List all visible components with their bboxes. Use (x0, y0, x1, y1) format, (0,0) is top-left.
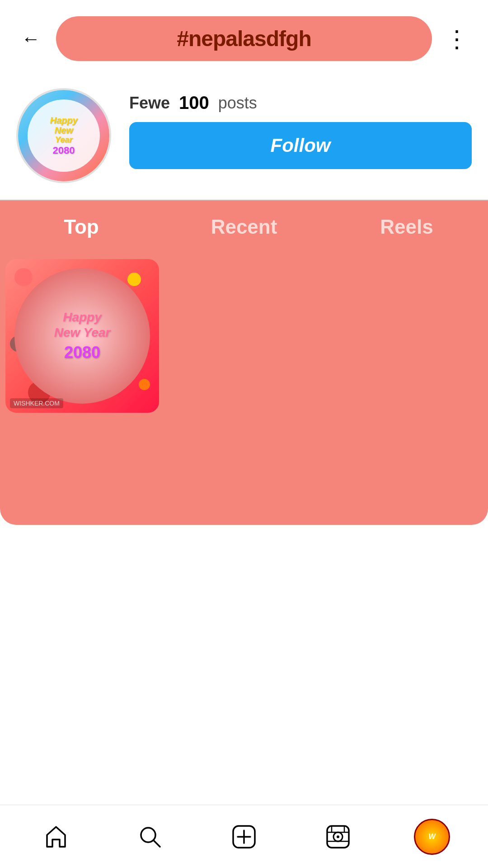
avatar-happy-text: Happy (50, 115, 77, 125)
tab-reels-label: Reels (380, 216, 433, 238)
posts-label: posts (218, 94, 257, 113)
reels-icon (325, 824, 351, 849)
avatar-inner: Happy New Year 2080 (28, 99, 100, 172)
back-button[interactable]: ← (16, 24, 45, 53)
avatar-image: Happy New Year 2080 (18, 90, 109, 181)
more-icon: ⋮ (445, 33, 469, 45)
tab-top[interactable]: Top (0, 200, 163, 254)
post-year-num: 2080 (64, 343, 100, 362)
follow-button-label: Follow (271, 135, 331, 156)
avatar-year-num: 2080 (53, 145, 75, 156)
stats-row: Fewe 100 posts (129, 93, 472, 113)
profile-avatar: W (414, 819, 450, 855)
post-new-year-text: New Year (54, 325, 111, 340)
nav-reels[interactable] (311, 814, 365, 859)
tabs-container: Top Recent Reels (0, 200, 488, 254)
decor-orb-1 (14, 268, 33, 286)
svg-point-7 (337, 835, 339, 838)
hashtag-pill: #nepalasdfgh (56, 16, 432, 61)
decor-orb-2 (127, 273, 141, 286)
back-arrow-icon: ← (21, 29, 40, 48)
post-happy-text: Happy (63, 310, 102, 325)
home-icon (43, 824, 69, 849)
post-card[interactable]: Happy New Year 2080 WISHKER.COM (5, 259, 159, 413)
profile-section: Happy New Year 2080 Fewe 100 posts Follo… (0, 72, 488, 183)
create-icon (231, 824, 257, 849)
nav-avatar-text: W (428, 833, 435, 841)
decor-orb-3 (139, 379, 150, 390)
nav-profile[interactable]: W (405, 814, 459, 859)
nav-home[interactable] (29, 814, 83, 859)
follow-button[interactable]: Follow (129, 122, 472, 169)
avatar-year-text: Year (55, 135, 72, 145)
avatar: Happy New Year 2080 (16, 88, 111, 183)
post-image: Happy New Year 2080 WISHKER.COM (5, 259, 159, 413)
username-partial: Fewe (129, 94, 170, 113)
nav-search[interactable] (123, 814, 177, 859)
search-icon (137, 824, 163, 849)
header: ← #nepalasdfgh ⋮ (0, 0, 488, 72)
post-image-inner: Happy New Year 2080 (14, 268, 150, 404)
tab-top-label: Top (64, 216, 99, 238)
svg-line-1 (154, 840, 160, 847)
tab-reels[interactable]: Reels (325, 200, 488, 254)
more-button[interactable]: ⋮ (443, 24, 472, 53)
bottom-nav: W (0, 805, 488, 868)
nav-create[interactable] (217, 814, 271, 859)
tab-recent-label: Recent (211, 216, 277, 238)
content-area: Happy New Year 2080 WISHKER.COM (0, 254, 488, 525)
hashtag-label: #nepalasdfgh (177, 26, 311, 51)
avatar-new-text: New (54, 125, 73, 135)
profile-info: Fewe 100 posts Follow (129, 88, 472, 169)
tab-recent[interactable]: Recent (163, 200, 325, 254)
post-watermark: WISHKER.COM (10, 398, 63, 408)
bottom-spacer (0, 525, 488, 597)
posts-count: 100 (179, 93, 209, 113)
